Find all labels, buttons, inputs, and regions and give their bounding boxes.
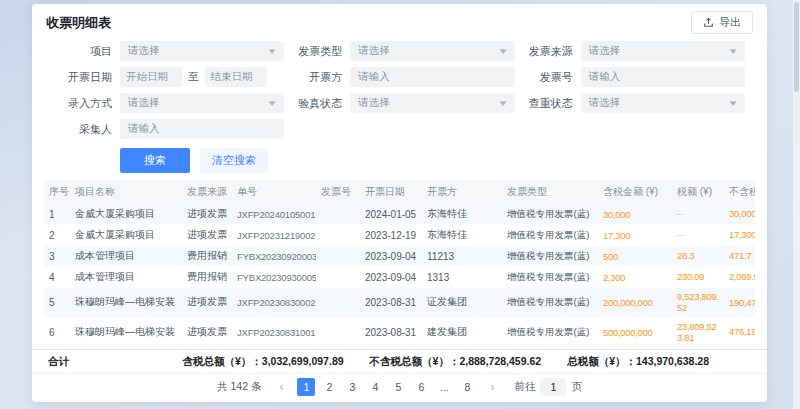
- table-row[interactable]: 6 珠穆朗玛峰—电梯安装 进项发票 JXFP20230831001 2023-0…: [44, 317, 755, 347]
- invoice-source-select[interactable]: 请选择 ▼: [581, 41, 745, 61]
- filter-dup-check-status-label: 查重状态: [515, 96, 573, 111]
- page-jump: 前往 1 页: [514, 378, 582, 396]
- cell-invoice-date: 2023-12-19: [360, 225, 422, 246]
- filter-invoice-date: 开票日期 开始日期 至 结束日期: [54, 67, 284, 87]
- dup-check-status-select[interactable]: 请选择 ▼: [581, 93, 745, 113]
- table-row[interactable]: 3 成本管理项目 费用报销 FYBX20230920003 2023-09-04…: [44, 246, 755, 267]
- date-start-input[interactable]: 开始日期: [120, 67, 182, 87]
- filter-invoice-type-label: 发票类型: [284, 44, 342, 59]
- cell-seq: 4: [44, 267, 70, 288]
- filter-issuer: 开票方 请输入: [284, 67, 514, 87]
- filter-verify-status-label: 验真状态: [284, 96, 342, 111]
- table-row[interactable]: 1 金威大厦采购项目 进项发票 JXFP20240105001 2024-01-…: [44, 204, 755, 225]
- page-number[interactable]: 2: [320, 378, 338, 396]
- cell-tax-amount: 230.09: [672, 267, 724, 288]
- dup-check-status-placeholder: 请选择: [589, 96, 621, 110]
- cell-project-name: 珠穆朗玛峰—电梯安装: [70, 317, 182, 347]
- invoice-type-select[interactable]: 请选择 ▼: [350, 41, 514, 61]
- page-number[interactable]: 3: [343, 378, 361, 396]
- window-scrollbar[interactable]: [793, 0, 800, 409]
- column-header: 不含税金额 (¥): [724, 180, 755, 204]
- scrollbar-thumb[interactable]: [794, 2, 799, 92]
- cell-tax-amount: --: [672, 225, 724, 246]
- page-jump-input[interactable]: 1: [540, 378, 566, 396]
- cell-tax-amount: 28.3: [672, 246, 724, 267]
- cell-tax-amount: --: [672, 204, 724, 225]
- column-header: 单号: [232, 180, 316, 204]
- cell-seq: 2: [44, 225, 70, 246]
- verify-status-select[interactable]: 请选择 ▼: [350, 93, 514, 113]
- chevron-down-icon: ▼: [727, 99, 738, 108]
- cell-amount-incl-tax: 2,300: [598, 267, 672, 288]
- cell-amount-incl-tax: 200,000,000: [598, 288, 672, 318]
- cell-invoice-date: 2024-01-05: [360, 204, 422, 225]
- column-header: 发票来源: [182, 180, 232, 204]
- invoice-detail-panel: 收票明细表 导出 项目 请选择 ▼ 发票类型 请选择 ▼: [32, 4, 767, 402]
- issuer-input[interactable]: 请输入: [350, 67, 514, 87]
- invoice-type-placeholder: 请选择: [358, 44, 390, 58]
- export-button[interactable]: 导出: [691, 11, 753, 34]
- invoice-source-placeholder: 请选择: [589, 44, 621, 58]
- cell-tax-amount: 23,809,523.81: [672, 317, 724, 347]
- cell-issuer: 1313: [422, 267, 502, 288]
- summary-total-label: 总税额（¥）：: [567, 355, 636, 367]
- search-button[interactable]: 搜索: [120, 148, 190, 173]
- panel-header: 收票明细表 导出: [32, 4, 767, 38]
- summary-total-label: 含税总额（¥）：: [182, 355, 261, 367]
- chevron-down-icon: ▼: [267, 99, 278, 108]
- cell-invoice-no: [316, 267, 360, 288]
- summary-total-value: 2,888,728,459.62: [459, 355, 541, 367]
- page-number[interactable]: 1: [297, 378, 315, 396]
- page-list: 1 2 3 4 5 6 ... 8: [297, 378, 476, 396]
- cell-invoice-date: 2023-09-04: [360, 246, 422, 267]
- table-row[interactable]: 2 金威大厦采购项目 进项发票 JXFP20231219002 2023-12-…: [44, 225, 755, 246]
- export-icon: [703, 17, 714, 28]
- cell-order-no: JXFP20231219002: [232, 225, 316, 246]
- page-number[interactable]: 8: [458, 378, 476, 396]
- next-page-icon[interactable]: ›: [483, 378, 501, 396]
- prev-page-icon[interactable]: ‹: [272, 378, 290, 396]
- cell-amount-excl-tax: 17,300: [724, 225, 755, 246]
- cell-amount-excl-tax: 476,190,476.19: [724, 317, 755, 347]
- cell-invoice-type: 增值税专用发票(蓝): [502, 267, 598, 288]
- filter-collector-label: 采集人: [54, 122, 112, 137]
- cell-order-no: JXFP20230831001: [232, 317, 316, 347]
- filter-invoice-source: 发票来源 请选择 ▼: [515, 41, 745, 61]
- filter-invoice-no: 发票号 请输入: [515, 67, 745, 87]
- cell-invoice-source: 进项发票: [182, 317, 232, 347]
- cell-invoice-type: 增值税专用发票(蓝): [502, 288, 598, 318]
- summary-label: 合计: [48, 355, 69, 369]
- column-header: 税额 (¥): [672, 180, 724, 204]
- cell-invoice-no: [316, 204, 360, 225]
- cell-invoice-type: 增值税专用发票(蓝): [502, 246, 598, 267]
- filter-issuer-label: 开票方: [284, 70, 342, 85]
- cell-amount-incl-tax: 500: [598, 246, 672, 267]
- cell-order-no: FYBX20230920003: [232, 246, 316, 267]
- page-number[interactable]: 5: [389, 378, 407, 396]
- cell-invoice-type: 增值税专用发票(蓝): [502, 317, 598, 347]
- cell-project-name: 成本管理项目: [70, 246, 182, 267]
- cell-amount-incl-tax: 30,000: [598, 204, 672, 225]
- project-select-placeholder: 请选择: [128, 44, 160, 58]
- page-number[interactable]: ...: [435, 378, 453, 396]
- project-select[interactable]: 请选择 ▼: [120, 41, 284, 61]
- entry-method-placeholder: 请选择: [128, 96, 160, 110]
- clear-search-button[interactable]: 清空搜索: [200, 148, 268, 173]
- date-end-input[interactable]: 结束日期: [205, 67, 267, 87]
- pagination-total: 共 142 条: [217, 380, 261, 394]
- filter-entry-method-label: 录入方式: [54, 96, 112, 111]
- cell-amount-excl-tax: 471.7: [724, 246, 755, 267]
- filter-collector: 采集人 请输入: [54, 119, 284, 139]
- column-header: 序号: [44, 180, 70, 204]
- entry-method-select[interactable]: 请选择 ▼: [120, 93, 284, 113]
- page-number[interactable]: 4: [366, 378, 384, 396]
- table-row[interactable]: 4 成本管理项目 费用报销 FYBX20230930005 2023-09-04…: [44, 267, 755, 288]
- filter-dup-check-status: 查重状态 请选择 ▼: [515, 93, 745, 113]
- table-row[interactable]: 5 珠穆朗玛峰—电梯安装 进项发票 JXFP20230830002 2023-0…: [44, 288, 755, 318]
- collector-input[interactable]: 请输入: [120, 119, 284, 139]
- summary-total-item: 不含税总额（¥）：2,888,728,459.62: [370, 355, 542, 369]
- cell-invoice-source: 进项发票: [182, 288, 232, 318]
- invoice-no-input[interactable]: 请输入: [581, 67, 745, 87]
- page-number[interactable]: 6: [412, 378, 430, 396]
- cell-project-name: 金威大厦采购项目: [70, 225, 182, 246]
